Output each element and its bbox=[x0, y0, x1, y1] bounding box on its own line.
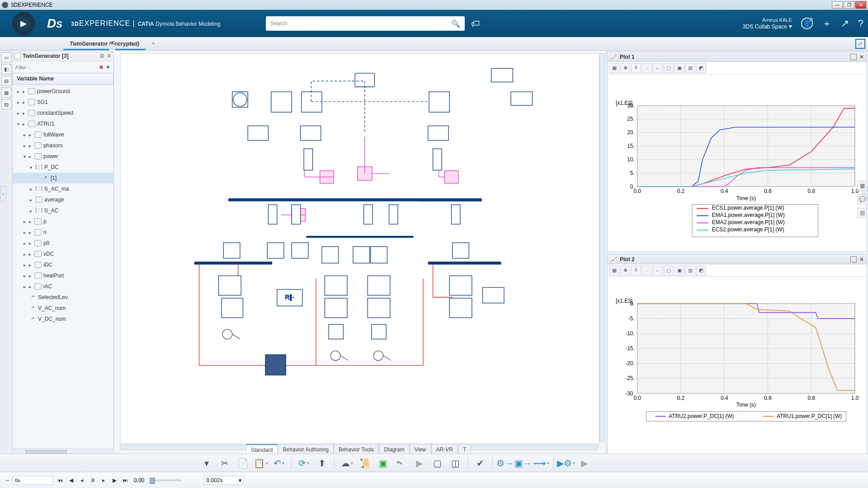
step-back-button[interactable]: ◀ bbox=[67, 477, 75, 483]
sim-button[interactable]: ▶⚙ bbox=[558, 456, 574, 470]
panel-close-icon[interactable]: ✕ bbox=[107, 52, 112, 59]
tab-standard[interactable]: Standard bbox=[246, 444, 278, 454]
pt-cross[interactable]: ⟋ bbox=[642, 63, 652, 73]
maximize-button[interactable]: ❐ bbox=[844, 1, 854, 9]
canvas-v-scrollbar[interactable] bbox=[599, 53, 605, 442]
svg-rect-50 bbox=[265, 355, 286, 375]
share-icon[interactable]: ↗ bbox=[841, 18, 849, 29]
rail-btn-5[interactable]: ▨ bbox=[1, 99, 11, 109]
profile-icon[interactable]: 👤 bbox=[801, 18, 813, 29]
tab-more[interactable]: T bbox=[458, 444, 471, 454]
pt-a[interactable]: ▢ bbox=[664, 63, 674, 73]
cube-flow-button[interactable]: ▣→ bbox=[515, 456, 531, 470]
plot1-min-icon[interactable] bbox=[850, 54, 857, 60]
undo-button[interactable]: ↶ bbox=[271, 456, 287, 470]
animate-button[interactable]: ᯓ bbox=[393, 456, 409, 470]
timestep-select[interactable]: 0.002s▾ bbox=[204, 476, 244, 485]
collapse-left-handle[interactable]: ‹ bbox=[0, 186, 6, 202]
rail-btn-3[interactable]: ▤ bbox=[1, 76, 11, 86]
export-button[interactable]: ⬆ bbox=[314, 456, 330, 470]
copy-button[interactable]: 📄 bbox=[235, 456, 250, 470]
cloud-button[interactable]: ☁ bbox=[339, 456, 354, 470]
pt2-b[interactable]: ▣ bbox=[675, 266, 684, 276]
filter-input[interactable] bbox=[15, 65, 98, 70]
cut-button[interactable]: ✂ bbox=[217, 456, 232, 470]
minimize-button[interactable]: — bbox=[832, 1, 843, 9]
rr-list-icon[interactable]: ▤ bbox=[857, 208, 867, 218]
pt-grid[interactable]: ▦ bbox=[609, 63, 619, 73]
svg-text:ATRU1.power.P_DC[1] (W): ATRU1.power.P_DC[1] (W) bbox=[777, 413, 842, 419]
pt-c[interactable]: ▥ bbox=[685, 63, 695, 73]
gear-flow-button[interactable]: ⚙→ bbox=[497, 456, 513, 470]
rail-btn-2[interactable]: ◧ bbox=[1, 64, 11, 74]
column-header[interactable]: Variable Name bbox=[13, 73, 113, 85]
add-tab-button[interactable]: ＋ bbox=[150, 39, 156, 50]
tb-dropdown[interactable]: ▾ bbox=[199, 456, 214, 470]
process-button[interactable]: ⟿ bbox=[533, 456, 549, 470]
rail-btn-1[interactable]: ▭ bbox=[1, 52, 11, 62]
play-icon[interactable]: ▶ bbox=[411, 456, 427, 470]
clear-filter-icon[interactable]: ✖ bbox=[99, 64, 104, 70]
close-button[interactable]: ✕ bbox=[855, 1, 866, 9]
refresh-button[interactable]: ⟳ bbox=[296, 456, 311, 470]
variable-tree[interactable]: ▸▸powerGround ▸▸SG1 ▸▸constantSpeed ▾▸AT… bbox=[13, 85, 113, 448]
play-button[interactable]: ▶ bbox=[110, 477, 118, 483]
paste-button[interactable]: 📋 bbox=[253, 456, 269, 470]
svg-text:0.0: 0.0 bbox=[633, 395, 641, 401]
svg-text:-20.: -20. bbox=[625, 360, 635, 366]
help-icon[interactable]: ? bbox=[858, 18, 863, 29]
pt-d[interactable]: ◩ bbox=[696, 63, 706, 73]
layout-button[interactable]: ◫ bbox=[448, 456, 463, 470]
prev-frame-button[interactable]: ◂ bbox=[78, 477, 86, 483]
search-icon[interactable]: 🔍 bbox=[451, 19, 460, 28]
tab-arvr[interactable]: AR-VR bbox=[431, 444, 458, 454]
next-frame-button[interactable]: ▸ bbox=[99, 477, 108, 483]
pt2-d[interactable]: ◩ bbox=[696, 266, 706, 276]
skip-start-button[interactable]: ⏮ bbox=[56, 477, 64, 483]
tab-diagram[interactable]: Diagram bbox=[379, 444, 409, 454]
pt-axis[interactable]: ╙ bbox=[631, 63, 641, 73]
skip-end-button[interactable]: ⏭ bbox=[121, 477, 129, 483]
pause-button[interactable]: ⏸ bbox=[89, 477, 97, 483]
pt2-fit[interactable]: ✥ bbox=[620, 266, 630, 276]
stop-button[interactable]: ▢ bbox=[429, 456, 445, 470]
tab-behavior-tools[interactable]: Behavior Tools bbox=[334, 444, 379, 454]
time-start-input[interactable] bbox=[13, 476, 53, 485]
pt-b[interactable]: ▣ bbox=[675, 63, 684, 73]
pt-back[interactable]: ← bbox=[653, 63, 663, 73]
pt2-back[interactable]: ← bbox=[653, 266, 663, 276]
tab-behavior-authoring[interactable]: Behavior Authoring bbox=[278, 444, 333, 454]
run-button[interactable]: ▣ bbox=[375, 456, 391, 470]
pt-fit[interactable]: ✥ bbox=[620, 63, 630, 73]
time-slider[interactable] bbox=[150, 479, 181, 481]
rail-btn-4[interactable]: ▦ bbox=[1, 88, 11, 98]
svg-rect-1 bbox=[491, 68, 513, 82]
pt2-axis[interactable]: ╙ bbox=[631, 266, 641, 276]
tab-twingenerator[interactable]: TwinGenerator (Encrypted) bbox=[63, 38, 146, 50]
fullscreen-button[interactable]: ⤢ bbox=[855, 39, 865, 49]
add-icon[interactable]: ＋ bbox=[822, 17, 832, 30]
plots-panel: 📈 Plot 1 ✕ ▦ ✥ ╙ ⟋ ← ▢ ▣ ▥ ◩ 0.00.20.40.… bbox=[606, 51, 868, 455]
model-canvas[interactable]: R‖· bbox=[114, 51, 606, 455]
rr-chat-icon[interactable]: 💬 bbox=[857, 194, 867, 204]
pt2-cross[interactable]: ⟋ bbox=[642, 266, 652, 276]
pt2-a[interactable]: ▢ bbox=[664, 266, 674, 276]
pt2-c[interactable]: ▥ bbox=[685, 266, 695, 276]
plot2-close-icon[interactable]: ✕ bbox=[859, 256, 864, 263]
search-input[interactable]: Search 🔍 bbox=[266, 16, 465, 31]
filter-options-icon[interactable]: ▼ bbox=[105, 64, 111, 70]
svg-text:0.: 0. bbox=[630, 183, 635, 190]
script-button[interactable]: 📜 bbox=[357, 456, 373, 470]
settings-icon[interactable]: ⚙ bbox=[99, 52, 105, 59]
user-info[interactable]: Ameya KALE 3DS Collab Space ▾ bbox=[743, 17, 792, 30]
tags-icon[interactable]: 🏷 bbox=[471, 19, 480, 29]
tab-view[interactable]: View bbox=[410, 444, 431, 454]
check-button[interactable]: ✔ bbox=[472, 456, 488, 470]
compass-button[interactable]: ▶ bbox=[5, 11, 42, 36]
plot2-min-icon[interactable] bbox=[850, 256, 857, 263]
plot1-close-icon[interactable]: ✕ bbox=[859, 54, 864, 60]
rr-info-icon[interactable]: ▦ bbox=[857, 181, 867, 191]
next-icon[interactable]: ▶ bbox=[576, 456, 592, 470]
svg-point-47 bbox=[222, 329, 232, 339]
pt2-grid[interactable]: ▦ bbox=[609, 266, 619, 276]
